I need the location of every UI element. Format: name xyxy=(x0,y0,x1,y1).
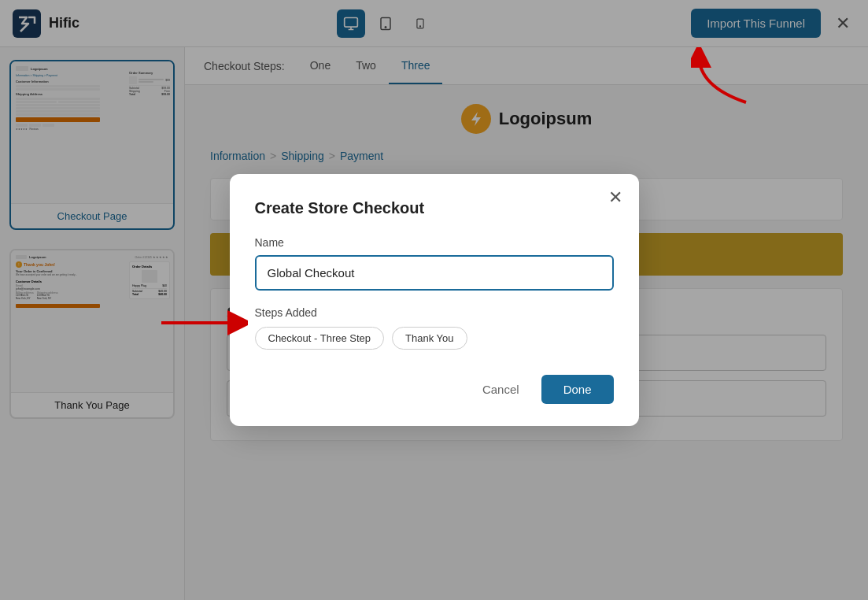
modal-tags-container: Checkout - Three Step Thank You xyxy=(255,327,614,350)
modal-title: Create Store Checkout xyxy=(255,199,614,217)
modal-overlay: ✕ Create Store Checkout Name Steps Added… xyxy=(0,0,868,600)
modal-name-input[interactable] xyxy=(255,255,614,291)
modal-done-button[interactable]: Done xyxy=(541,375,614,404)
create-store-checkout-modal: ✕ Create Store Checkout Name Steps Added… xyxy=(230,174,639,426)
modal-name-label: Name xyxy=(255,236,614,249)
modal-tag-checkout: Checkout - Three Step xyxy=(255,327,385,350)
modal-cancel-button[interactable]: Cancel xyxy=(473,376,529,402)
modal-tag-thankyou: Thank You xyxy=(392,327,467,350)
modal-actions: Cancel Done xyxy=(255,375,614,404)
modal-close-button[interactable]: ✕ xyxy=(604,187,626,209)
modal-steps-label: Steps Added xyxy=(255,306,614,319)
